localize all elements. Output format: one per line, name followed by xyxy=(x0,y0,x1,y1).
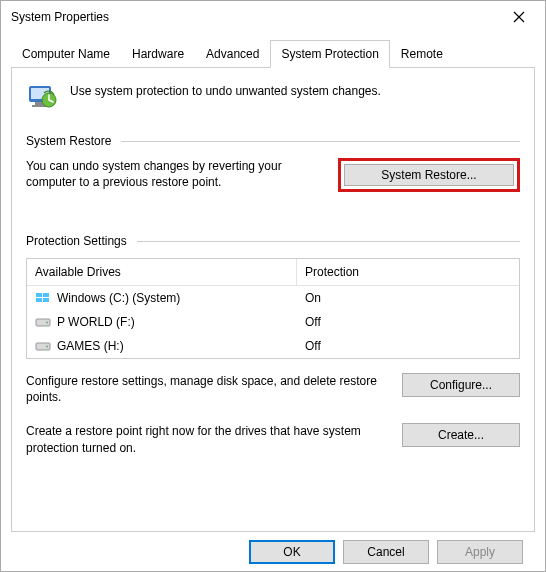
tab-hardware[interactable]: Hardware xyxy=(121,40,195,68)
svg-point-10 xyxy=(46,322,48,324)
system-restore-button[interactable]: System Restore... xyxy=(344,164,514,186)
windows-drive-icon xyxy=(35,292,51,304)
drive-name: P WORLD (F:) xyxy=(57,315,135,329)
dialog-footer: OK Cancel Apply xyxy=(11,532,535,564)
restore-button-highlight: System Restore... xyxy=(338,158,520,192)
col-protection[interactable]: Protection xyxy=(297,259,519,285)
window-title: System Properties xyxy=(11,10,109,24)
create-desc: Create a restore point right now for the… xyxy=(26,423,388,455)
tab-panel: Use system protection to undo unwanted s… xyxy=(11,68,535,532)
tab-advanced[interactable]: Advanced xyxy=(195,40,270,68)
tab-remote[interactable]: Remote xyxy=(390,40,454,68)
cancel-button[interactable]: Cancel xyxy=(343,540,429,564)
close-button[interactable] xyxy=(499,3,539,31)
configure-row: Configure restore settings, manage disk … xyxy=(26,373,520,405)
configure-button[interactable]: Configure... xyxy=(402,373,520,397)
create-button[interactable]: Create... xyxy=(402,423,520,447)
svg-rect-8 xyxy=(43,298,49,302)
table-row[interactable]: GAMES (H:) Off xyxy=(27,334,519,358)
restore-row: You can undo system changes by reverting… xyxy=(26,158,520,192)
drive-name: GAMES (H:) xyxy=(57,339,124,353)
drive-status: Off xyxy=(297,337,519,355)
tab-computer-name[interactable]: Computer Name xyxy=(11,40,121,68)
system-properties-window: System Properties Computer Name Hardware… xyxy=(0,0,546,572)
intro-row: Use system protection to undo unwanted s… xyxy=(26,80,520,112)
col-available-drives[interactable]: Available Drives xyxy=(27,259,297,285)
hdd-icon xyxy=(35,340,51,352)
section-protection-settings: Protection Settings xyxy=(26,234,520,248)
create-row: Create a restore point right now for the… xyxy=(26,423,520,455)
drive-status: Off xyxy=(297,313,519,331)
tab-system-protection[interactable]: System Protection xyxy=(270,40,389,68)
section-heading: Protection Settings xyxy=(26,234,127,248)
svg-rect-5 xyxy=(36,293,42,297)
table-header: Available Drives Protection xyxy=(27,259,519,286)
drive-name: Windows (C:) (System) xyxy=(57,291,180,305)
svg-rect-6 xyxy=(43,293,49,297)
content-area: Computer Name Hardware Advanced System P… xyxy=(1,33,545,572)
drives-table: Available Drives Protection Windows (C:)… xyxy=(26,258,520,359)
hdd-icon xyxy=(35,316,51,328)
svg-point-12 xyxy=(46,346,48,348)
table-row[interactable]: Windows (C:) (System) On xyxy=(27,286,519,310)
svg-rect-7 xyxy=(36,298,42,302)
drive-status: On xyxy=(297,289,519,307)
divider xyxy=(121,141,520,142)
divider xyxy=(137,241,520,242)
table-row[interactable]: P WORLD (F:) Off xyxy=(27,310,519,334)
section-heading: System Restore xyxy=(26,134,111,148)
intro-text: Use system protection to undo unwanted s… xyxy=(70,80,381,98)
tab-strip: Computer Name Hardware Advanced System P… xyxy=(11,39,535,68)
ok-button[interactable]: OK xyxy=(249,540,335,564)
section-system-restore: System Restore xyxy=(26,134,520,148)
configure-desc: Configure restore settings, manage disk … xyxy=(26,373,388,405)
titlebar: System Properties xyxy=(1,1,545,33)
apply-button[interactable]: Apply xyxy=(437,540,523,564)
restore-desc: You can undo system changes by reverting… xyxy=(26,158,324,190)
close-icon xyxy=(513,11,525,23)
system-protection-icon xyxy=(26,80,58,112)
